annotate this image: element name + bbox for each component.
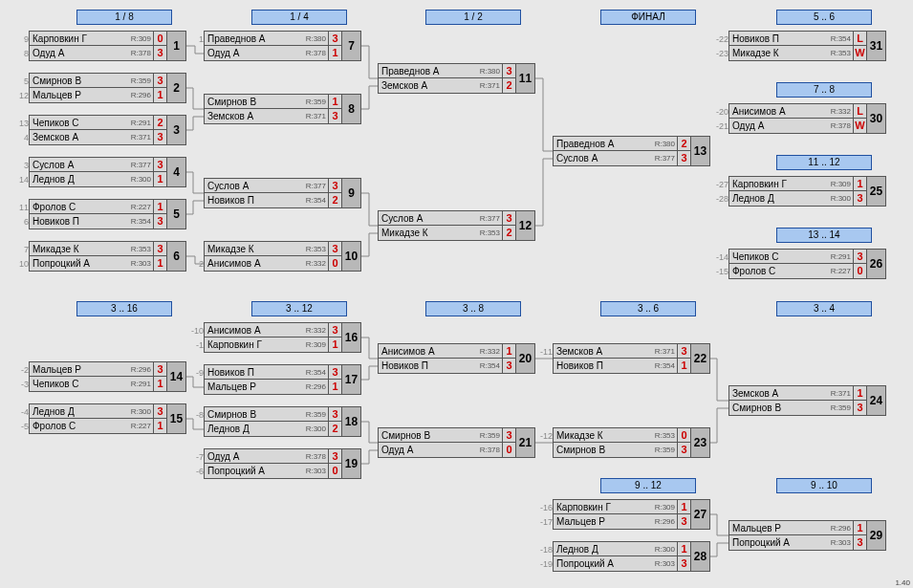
player-rating: R:354	[828, 34, 853, 43]
match-number: 1	[167, 31, 186, 61]
seed: -9	[191, 365, 204, 381]
player-row: Смирнов ВR:3591	[204, 94, 342, 109]
player-rating: R:303	[828, 538, 853, 547]
player-score: 3	[328, 179, 341, 193]
player-score: 1	[328, 95, 341, 109]
player-score: 3	[153, 46, 166, 60]
player-name: Смирнов В	[30, 76, 128, 86]
player-row: -28Леднов ДR:3003	[728, 191, 867, 207]
player-name: Земсков А	[30, 132, 128, 142]
player-row: 3Суслов АR:3773	[29, 157, 167, 172]
player-score: 1	[153, 88, 166, 102]
player-rating: R:371	[828, 389, 853, 398]
match: -27Карповкин ГR:3091-28Леднов ДR:300325	[728, 176, 886, 207]
player-name: Одуд А	[729, 120, 828, 131]
player-rating: R:300	[828, 194, 853, 203]
match: Анисимов АR:3321Новиков ПR:354320	[378, 343, 535, 374]
player-name: Земсков А	[554, 346, 652, 357]
player-name: Смирнов В	[205, 409, 303, 420]
match-number: 6	[167, 241, 186, 272]
match: -8Смирнов ВR:3593Леднов ДR:300218	[204, 406, 361, 437]
match-number: 3	[167, 115, 186, 145]
seed: -23	[716, 46, 728, 61]
player-score: 3	[677, 556, 690, 571]
player-name: Одуд А	[205, 451, 303, 462]
player-score: 2	[328, 193, 341, 207]
seed: -8	[191, 407, 204, 423]
match-number: 29	[867, 520, 886, 551]
player-rating: R:371	[303, 112, 328, 120]
player-rating: R:296	[828, 524, 853, 533]
seed: -18	[540, 542, 553, 557]
seed: -11	[540, 344, 553, 359]
column-header: 3 .. 8	[425, 301, 521, 316]
seed: -22	[716, 32, 728, 47]
player-score: 3	[328, 407, 341, 422]
player-name: Чепиков С	[30, 118, 128, 128]
seed: -4	[16, 404, 29, 420]
match: -4Леднов ДR:3003-5Фролов СR:227115	[29, 403, 186, 434]
player-rating: R:354	[128, 217, 153, 226]
match-number: 11	[516, 63, 535, 94]
player-row: Праведнов АR:3802	[553, 136, 691, 151]
player-row: Земсков АR:3713	[204, 109, 342, 124]
player-score: 1	[677, 359, 690, 373]
player-name: Микадзе К	[379, 228, 477, 238]
match: -12Микадзе КR:3530Смирнов ВR:359323	[553, 427, 710, 458]
player-rating: R:300	[128, 175, 153, 184]
player-score: 2	[328, 422, 341, 436]
player-row: -7Одуд АR:3783	[204, 448, 342, 464]
match: -11Земсков АR:3713Новиков ПR:354122	[553, 343, 710, 374]
player-score: 0	[677, 428, 690, 443]
seed: 6	[16, 214, 29, 229]
seed: 1	[191, 32, 204, 47]
player-name: Карповкин Г	[205, 339, 303, 350]
player-row: Новиков ПR:3541	[553, 359, 691, 374]
column-header: 3 .. 16	[76, 301, 172, 316]
player-row: -6Попроцкий АR:3030	[204, 464, 342, 479]
player-rating: R:296	[128, 365, 153, 374]
player-name: Суслов А	[30, 160, 128, 170]
player-score: 3	[853, 250, 866, 264]
seed: -6	[191, 464, 204, 479]
player-row: -1Карповкин ГR:3091	[204, 338, 342, 353]
column-header: 3 .. 12	[251, 301, 347, 316]
player-name: Чепиков С	[30, 379, 128, 389]
player-rating: R:309	[303, 340, 328, 349]
column-header: 1 / 2	[425, 10, 521, 25]
player-rating: R:378	[477, 446, 502, 454]
match: 5Смирнов ВR:359312Мальцев РR:29612	[29, 73, 186, 103]
player-score: L	[853, 32, 866, 46]
match-number: 4	[167, 157, 186, 187]
player-rating: R:303	[128, 259, 153, 268]
player-name: Попроцкий А	[729, 537, 828, 548]
player-row: -16Карповкин ГR:3091	[553, 499, 691, 514]
player-name: Фролов С	[30, 202, 128, 212]
player-score: 3	[502, 211, 515, 226]
player-name: Праведнов А	[205, 33, 303, 44]
seed: -10	[191, 323, 204, 338]
player-name: Анисимов А	[729, 106, 828, 117]
player-score: 0	[328, 256, 341, 271]
player-score: 3	[677, 514, 690, 529]
player-rating: R:377	[128, 161, 153, 169]
player-rating: R:359	[303, 410, 328, 419]
player-row: 7Микадзе КR:3533	[29, 241, 167, 256]
player-row: -5Фролов СR:2271	[29, 419, 167, 434]
player-name: Смирнов В	[379, 430, 477, 441]
player-score: 3	[677, 443, 690, 457]
player-rating: R:303	[303, 467, 328, 475]
player-name: Новиков П	[379, 360, 477, 371]
player-row: Новиков ПR:3542	[204, 193, 342, 208]
seed: 8	[16, 46, 29, 61]
player-rating: R:377	[652, 154, 677, 163]
player-name: Земсков А	[729, 388, 828, 399]
player-rating: R:309	[828, 180, 853, 188]
player-name: Карповкин Г	[554, 502, 652, 512]
player-rating: R:227	[828, 267, 853, 275]
player-rating: R:359	[303, 98, 328, 106]
player-rating: R:300	[128, 407, 153, 416]
player-row: Земсков АR:3712	[378, 78, 516, 94]
player-score: 1	[677, 542, 690, 556]
player-score: 3	[502, 428, 515, 443]
